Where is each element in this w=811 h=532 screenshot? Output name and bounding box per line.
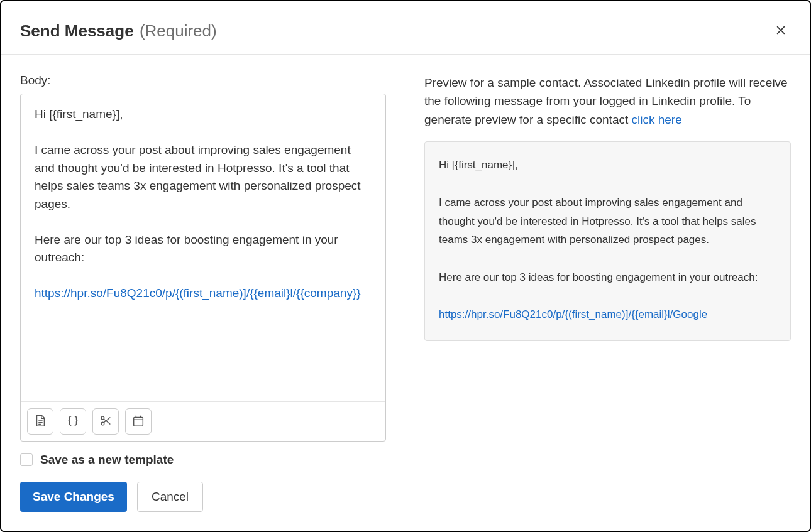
braces-icon [66,414,80,430]
svg-rect-9 [134,417,143,426]
right-panel: Preview for a sample contact. Associated… [406,55,810,531]
preview-para1: I came across your post about improving … [439,197,759,246]
editor-wrapper: Hi [{first_name}], I came across your po… [20,94,386,442]
close-button[interactable] [771,20,791,41]
editor-toolbar [21,401,385,441]
modal-body: Body: Hi [{first_name}], I came across y… [1,55,810,531]
save-changes-button[interactable]: Save Changes [20,482,127,512]
modal-title: Send Message (Required) [20,21,217,41]
message-body-editor[interactable]: Hi [{first_name}], I came across your po… [21,94,385,401]
generate-preview-link[interactable]: click here [632,113,682,126]
modal-title-text: Send Message [20,21,134,40]
editor-para2: Here are our top 3 ideas for boosting en… [35,233,341,264]
insert-calendar-button[interactable] [125,408,152,435]
send-message-modal: Send Message (Required) Body: Hi [{first… [0,0,811,532]
body-label: Body: [20,73,386,87]
close-icon [775,21,787,40]
preview-para2: Here are our top 3 ideas for boosting en… [439,271,758,283]
preview-box: Hi [{first_name}], I came across your po… [424,141,791,341]
editor-para1: I came across your post about improving … [35,143,364,210]
editor-tracking-link[interactable]: https://hpr.so/Fu8Q21c0/p/{(first_name)]… [35,286,361,300]
save-template-label: Save as a new template [40,453,174,467]
insert-document-button[interactable] [27,408,53,435]
preview-intro-text: Preview for a sample contact. Associated… [424,76,788,126]
document-icon [33,414,47,430]
insert-snippet-button[interactable] [92,408,119,435]
svg-point-6 [101,422,104,425]
modal-header: Send Message (Required) [1,1,810,55]
action-buttons: Save Changes Cancel [20,482,386,512]
preview-greeting: Hi [{first_name}], [439,159,518,171]
preview-tracking-link: https://hpr.so/Fu8Q21c0/p/{(first_name)]… [439,308,707,320]
save-template-row: Save as a new template [20,453,386,467]
editor-greeting: Hi [{first_name}], [35,107,123,121]
left-panel: Body: Hi [{first_name}], I came across y… [1,55,406,531]
insert-variable-button[interactable] [60,408,86,435]
preview-intro: Preview for a sample contact. Associated… [424,73,791,129]
calendar-icon [131,414,145,430]
svg-point-5 [101,416,104,420]
scissors-icon [99,414,113,430]
modal-required-suffix: (Required) [140,21,217,40]
save-template-checkbox[interactable] [20,453,33,466]
cancel-button[interactable]: Cancel [137,482,203,512]
